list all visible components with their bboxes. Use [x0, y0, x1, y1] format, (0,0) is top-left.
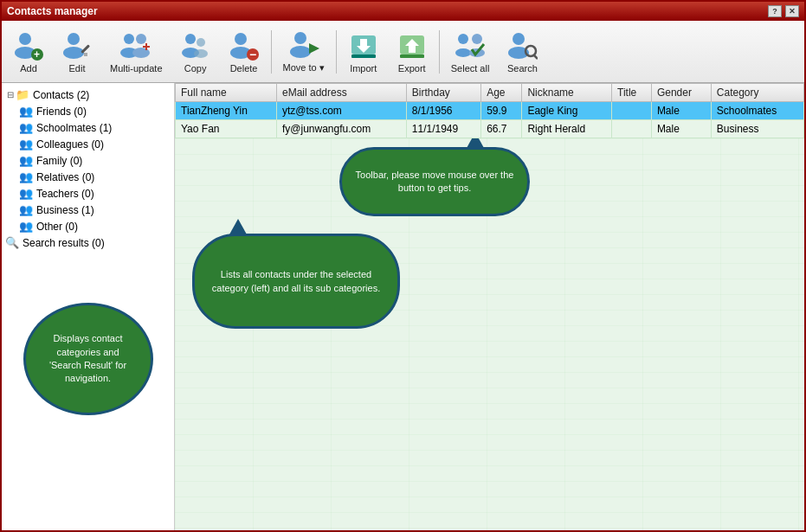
sidebar-item-schoolmates[interactable]: 👥 Schoolmates (1)	[19, 119, 171, 136]
cell-birthday: 11/1/1949	[406, 120, 480, 138]
search-label: Search	[507, 63, 538, 74]
move-to-button[interactable]: Move to ▾	[275, 24, 332, 80]
cell-birthday: 8/1/1956	[406, 102, 480, 120]
col-email[interactable]: eMail address	[276, 84, 406, 102]
delete-button[interactable]: − Delete	[221, 24, 268, 80]
contacts-table: Full name eMail address Birthday Age Nic…	[175, 83, 804, 138]
table-header-row: Full name eMail address Birthday Age Nic…	[176, 84, 804, 102]
sidebar-item-colleagues[interactable]: 👥 Colleagues (0)	[19, 136, 171, 152]
list-tooltip-text: Lists all contacts under the selected ca…	[210, 267, 382, 296]
svg-point-18	[235, 33, 247, 45]
empty-grid: Toolbar, please move mouse over the butt…	[175, 138, 804, 530]
schoolmates-icon: 👥	[19, 121, 33, 134]
col-nickname[interactable]: Nickname	[522, 84, 612, 102]
toolbar-separator-3	[439, 30, 440, 74]
svg-point-4	[68, 33, 80, 45]
svg-point-33	[455, 48, 471, 57]
toolbar-separator-1	[271, 30, 272, 74]
table-row[interactable]: TianZheng Yin ytz@tss.com 8/1/1956 59.9 …	[176, 102, 804, 120]
copy-icon	[180, 30, 211, 61]
friends-label: Friends (0)	[36, 106, 87, 118]
contacts-label: Contacts (2)	[33, 89, 89, 101]
close-button[interactable]: ✕	[785, 5, 799, 17]
multi-update-label: Multi-update	[110, 63, 163, 74]
sidebar-item-friends[interactable]: 👥 Friends (0)	[19, 103, 171, 119]
svg-point-17	[194, 49, 208, 58]
svg-point-32	[472, 34, 482, 44]
multi-update-button[interactable]: Multi-update	[102, 24, 171, 80]
cell-title	[612, 120, 652, 138]
select-all-label: Select all	[451, 63, 490, 74]
add-button[interactable]: + Add	[5, 24, 52, 80]
multi-update-icon	[120, 30, 152, 61]
select-all-button[interactable]: Select all	[443, 24, 498, 80]
svg-point-35	[513, 33, 525, 45]
col-category[interactable]: Category	[711, 84, 803, 102]
cell-full-name: TianZheng Yin	[176, 102, 277, 120]
sidebar-item-relatives[interactable]: 👥 Relatives (0)	[19, 169, 171, 185]
edit-button[interactable]: Edit	[54, 24, 100, 80]
search-results-label: Search results (0)	[23, 237, 105, 249]
sidebar-item-other[interactable]: 👥 Other (0)	[19, 218, 171, 234]
contacts-children: 👥 Friends (0) 👥 Schoolmates (1) 👥 Collea…	[5, 103, 171, 234]
import-button[interactable]: Import	[340, 24, 387, 80]
toolbar-tooltip: Toolbar, please move mouse over the butt…	[339, 147, 530, 216]
col-full-name[interactable]: Full name	[176, 84, 277, 102]
col-gender[interactable]: Gender	[651, 84, 711, 102]
relatives-label: Relatives (0)	[36, 171, 94, 183]
svg-point-14	[185, 34, 196, 44]
help-button[interactable]: ?	[768, 5, 782, 17]
colleagues-label: Colleagues (0)	[36, 138, 104, 151]
svg-point-0	[19, 33, 31, 45]
export-label: Export	[398, 63, 426, 74]
table-row[interactable]: Yao Fan fy@junwangfu.com 11/1/1949 66.7 …	[176, 120, 804, 138]
title-bar: Contacts manager ? ✕	[2, 2, 804, 21]
search-results-icon: 🔍	[5, 236, 19, 249]
toolbar-tooltip-arrow	[467, 138, 484, 148]
delete-icon: −	[229, 30, 260, 61]
business-icon: 👥	[19, 203, 33, 216]
teachers-label: Teachers (0)	[36, 188, 94, 200]
relatives-icon: 👥	[19, 170, 33, 183]
svg-marker-24	[309, 43, 319, 54]
svg-rect-27	[351, 54, 376, 58]
cell-category: Schoolmates	[711, 102, 803, 120]
cell-age: 66.7	[481, 120, 522, 138]
list-tooltip-arrow	[229, 219, 247, 234]
toolbar-separator-2	[336, 30, 337, 74]
search-icon	[506, 30, 538, 61]
contacts-folder-icon: 📁	[16, 88, 29, 101]
svg-rect-30	[400, 54, 424, 58]
sidebar-item-family[interactable]: 👥 Family (0)	[19, 152, 171, 169]
add-label: Add	[20, 63, 37, 74]
svg-point-22	[294, 32, 306, 44]
sidebar-item-teachers[interactable]: 👥 Teachers (0)	[19, 185, 171, 202]
svg-text:−: −	[249, 48, 256, 61]
edit-icon	[61, 30, 93, 61]
copy-button[interactable]: Copy	[172, 24, 219, 80]
title-bar-buttons: ? ✕	[768, 5, 799, 17]
export-button[interactable]: Export	[389, 24, 435, 80]
copy-label: Copy	[184, 63, 207, 74]
col-birthday[interactable]: Birthday	[406, 84, 480, 102]
main-window: Contacts manager ? ✕ + Add	[0, 0, 806, 532]
edit-label: Edit	[69, 63, 86, 74]
cell-gender: Male	[651, 102, 711, 120]
col-age[interactable]: Age	[481, 84, 522, 102]
export-icon	[397, 30, 428, 61]
contacts-area: Full name eMail address Birthday Age Nic…	[175, 83, 804, 530]
svg-point-23	[290, 46, 311, 58]
move-to-icon	[288, 29, 319, 61]
svg-point-5	[63, 47, 84, 59]
svg-point-8	[124, 34, 134, 44]
family-label: Family (0)	[36, 155, 82, 167]
sidebar-item-search-results[interactable]: 🔍 Search results (0)	[5, 234, 171, 251]
col-title[interactable]: Title	[612, 84, 652, 102]
cell-title	[612, 102, 652, 120]
search-button[interactable]: Search	[499, 24, 545, 80]
sidebar-item-contacts[interactable]: ⊟ 📁 Contacts (2)	[5, 87, 171, 103]
sidebar-item-business[interactable]: 👥 Business (1)	[19, 202, 171, 218]
import-icon	[348, 30, 379, 61]
svg-point-16	[197, 38, 205, 47]
main-content: ⊟ 📁 Contacts (2) 👥 Friends (0) 👥 Schoolm…	[2, 83, 804, 530]
